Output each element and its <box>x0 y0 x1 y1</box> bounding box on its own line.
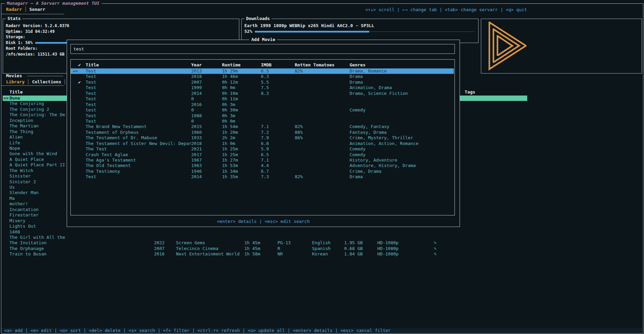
column-header-imdb: IMDB <box>261 62 271 67</box>
add-movie-result-row[interactable]: test00h 30mComedy <box>71 107 454 113</box>
tab-separator: │ <box>22 7 29 12</box>
result-runtime: 0h 3m <box>222 113 235 119</box>
column-header-monitored-check-icon: ✔ <box>78 62 81 67</box>
add-movie-result-row[interactable]: Test20141h 35m7.382%Drama <box>71 174 454 180</box>
result-runtime: 1h 54m <box>222 124 238 129</box>
movie-runtime: 1h 45m <box>244 240 260 246</box>
movie-title: The Martian <box>9 123 39 129</box>
add-movie-modal: Add Movie ✔ Title Year Runtime IMDB Rott… <box>67 40 460 227</box>
result-title: Crash Test Aglae <box>86 152 128 158</box>
result-title: The Old Testament <box>86 163 131 168</box>
result-runtime: 1h 25m <box>222 146 238 152</box>
column-header-title: Title <box>9 89 23 95</box>
movie-title: The Orphanage <box>9 246 44 251</box>
result-title: The Testament of Dr. Mabuse <box>86 135 157 141</box>
tab-radarr[interactable]: Radarr <box>6 7 22 12</box>
tab-sonarr[interactable]: Sonarr <box>29 7 45 12</box>
library-row[interactable]: The Invitation2022Screen Gems1h 45mPG-13… <box>3 240 527 246</box>
result-imdb: 6.7 <box>261 169 269 174</box>
logo-panel <box>481 19 642 74</box>
result-title: test <box>86 107 96 113</box>
result-year: 2018 <box>191 141 202 146</box>
stats-panel-title: Stats <box>6 16 22 21</box>
result-title: Test <box>86 74 96 79</box>
disk-usage-label: Disk 1: 56% <box>6 40 32 45</box>
add-movie-result-row[interactable]: The Brand New Testament20151h 54m7.182%C… <box>71 124 454 129</box>
add-movie-result-row[interactable]: Test00h 0m <box>71 119 454 124</box>
add-movie-result-row[interactable]: The Aga's Testament19671h 27m7.1History,… <box>71 158 454 163</box>
result-year: 0 <box>191 119 194 124</box>
movie-language: English <box>312 240 331 246</box>
movie-runtime: 1h 45m <box>244 246 260 251</box>
result-title: Test <box>86 119 96 124</box>
add-movie-result-row[interactable]: The Testament of Sister New Devil: Depar… <box>71 141 454 146</box>
add-movie-result-row[interactable]: Test20140h 10m8.3Drama, Science Fiction <box>71 91 454 96</box>
add-movie-result-row[interactable]: The Testimony19461h 34m6.7Crime, Drama <box>71 169 454 174</box>
movie-title: Dune <box>9 96 20 101</box>
add-movie-result-row[interactable]: Test20160h 3m <box>71 102 454 107</box>
movie-title: The Girl with All the <box>9 235 65 240</box>
add-movie-result-row[interactable]: Test19990h 0m7.5Animation, Drama <box>71 85 454 90</box>
result-title: Test <box>86 85 96 90</box>
result-runtime: 2h 2m <box>222 135 235 141</box>
result-year: 2015 <box>191 124 202 129</box>
movie-studio: Next Entertainment World <box>176 251 240 257</box>
result-imdb: 7.2 <box>261 130 269 135</box>
add-movie-result-row[interactable]: The Test20211h 25m5.9Comedy <box>71 146 454 152</box>
download-progress-bar-fill <box>255 31 369 33</box>
result-runtime: 1h 29m <box>222 68 238 74</box>
add-movie-result-row[interactable]: The Testament of Dr. Mabuse19332h 2m7.98… <box>71 135 454 141</box>
result-runtime: 0h 11m <box>222 96 238 102</box>
result-genres: History, Adventure <box>350 158 397 163</box>
result-runtime: 1h 46m <box>222 74 238 79</box>
add-movie-result-row[interactable]: ✔Test20070h 12m5.5Drama <box>71 80 454 85</box>
uptime: Uptime: 31d 04:32:49 <box>6 29 239 35</box>
result-title: Test <box>86 80 96 85</box>
movie-year: 2007 <box>154 246 164 251</box>
add-movie-search-input[interactable] <box>71 44 454 54</box>
edit-icon[interactable]: ✎ <box>434 240 437 246</box>
result-year: 0 <box>191 107 194 113</box>
movie-runtime: 1h 58m <box>244 251 260 257</box>
tab-library[interactable]: Library <box>6 79 25 84</box>
add-movie-result-row[interactable]: Testament of Orpheus19601h 20m7.288%Fant… <box>71 130 454 135</box>
add-movie-result-row[interactable]: Crash Test Aglae20171h 25m6.5Comedy <box>71 152 454 158</box>
result-year: 2017 <box>191 152 202 158</box>
disk-usage-bar-fill <box>35 42 67 44</box>
result-genres: Drama, Romance <box>350 68 387 74</box>
edit-icon[interactable]: ✎ <box>434 246 437 251</box>
library-row[interactable]: The Girl with All the <box>3 235 527 240</box>
result-year: 1946 <box>191 169 202 174</box>
add-movie-result-row[interactable]: Test19880h 3m <box>71 113 454 119</box>
add-movie-results-table: ✔ Title Year Runtime IMDB Rotten Tomatoe… <box>70 59 455 215</box>
add-movie-result-row[interactable]: The Old Testament19631h 53m4.4Adventure,… <box>71 163 454 168</box>
result-imdb: 7.1 <box>261 158 269 163</box>
column-header-tags: Tags <box>465 89 475 95</box>
add-movie-result-row[interactable]: =>Test20131h 29m6.582%Drama, Romance <box>71 68 454 74</box>
movie-quality: HD-1080p <box>377 240 399 246</box>
library-row[interactable]: The Orphanage2007Telecinco Cinema1h 45mR… <box>3 246 527 251</box>
result-imdb: 5.9 <box>261 146 269 152</box>
top-help-keybindings: <↑↓> scroll | ←→ change tab | <tab> chan… <box>365 7 527 12</box>
tab-collections[interactable]: Collections <box>32 79 61 84</box>
library-row[interactable]: 1408 <box>3 229 527 235</box>
movie-studio: Telecinco Cinema <box>176 246 218 251</box>
result-year: 1988 <box>191 113 202 119</box>
result-imdb: 7.9 <box>261 135 269 141</box>
result-imdb: 6.5 <box>261 152 269 158</box>
result-runtime: 1h 20m <box>222 130 238 135</box>
result-runtime: 1h 53m <box>222 163 238 168</box>
add-movie-result-row[interactable]: Test20181h 46m6.3Drama <box>71 74 454 79</box>
library-row[interactable]: Train to Busan2016Next Entertainment Wor… <box>3 251 527 257</box>
result-runtime: 1h 35m <box>222 174 238 180</box>
movie-rating: NR <box>277 251 283 257</box>
add-movie-result-row[interactable]: Test00h 11m <box>71 96 454 102</box>
edit-icon[interactable]: ✎ <box>434 251 437 257</box>
movie-title: Firestarter <box>9 212 39 218</box>
movie-title: Lights Out <box>9 224 36 229</box>
column-header-rotten-tomatoes: Rotten Tomatoes <box>295 62 334 67</box>
add-movie-help-keybindings: <enter> details | <esc> edit search <box>67 219 460 224</box>
result-year: 2013 <box>191 68 202 74</box>
result-genres: Comedy <box>350 107 365 113</box>
movie-title: The Witch <box>9 168 33 173</box>
